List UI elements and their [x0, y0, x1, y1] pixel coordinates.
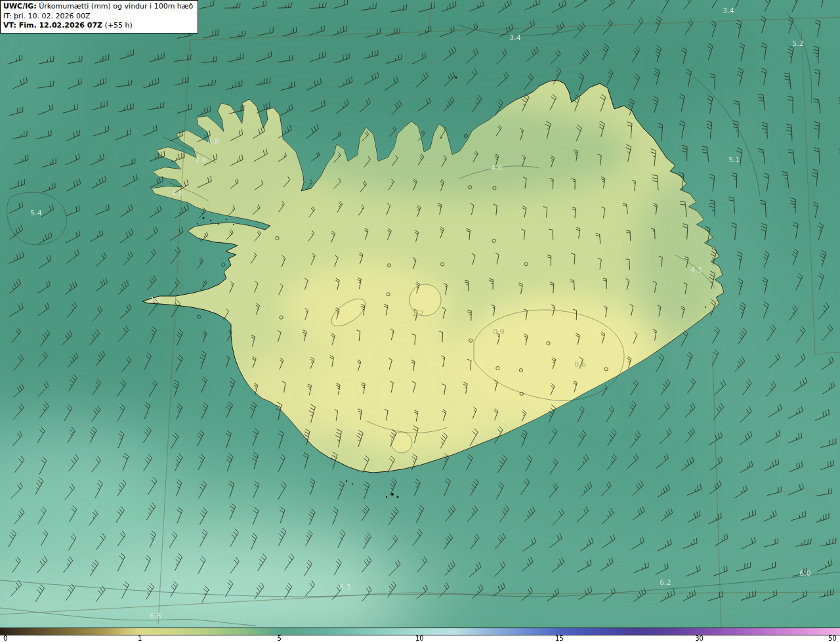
contour-label: 3.4	[723, 7, 734, 15]
model-label: UWC/IG:	[3, 2, 37, 11]
colorbar-tick: 5	[277, 635, 281, 642]
colorbar-tick: 0	[3, 635, 7, 642]
contour-label: 6.8	[150, 612, 161, 620]
colorbar-tick: 30	[695, 635, 704, 642]
init-time: IT: þri. 10. 02. 2026 00Z	[3, 12, 193, 22]
contour-label: 4.3	[690, 266, 702, 274]
product-title: Úrkomumætti (mm) og vindur i 100m hæð	[37, 2, 194, 11]
contour-label: 4.8	[171, 189, 183, 198]
contour-label: 5.2	[792, 39, 804, 48]
title-box: UWC/IG: Úrkomumætti (mm) og vindur i 100…	[0, 0, 198, 33]
contour-label: 5.4	[30, 209, 42, 217]
precipitation-wind-map: 3.43.45.24.82.84.65.14.85.44.32.61.20.90…	[0, 0, 840, 628]
colorbar-tick: 1	[138, 635, 142, 642]
valid-time: VT: Fim. 12.02.2026 07Z (+55 h)	[3, 21, 193, 31]
title-line: UWC/IG: Úrkomumætti (mm) og vindur i 100…	[3, 2, 193, 12]
contour-label: 4.8	[207, 137, 219, 146]
contour-label: 3.4	[509, 33, 521, 42]
contour-label: 5.1	[728, 156, 740, 164]
contour-label: 6.3	[339, 583, 351, 591]
contour-label: 6.2	[660, 578, 671, 587]
contour-label: 2.8	[195, 156, 207, 164]
colorbar: 01510153050	[0, 628, 840, 642]
contour-label: 4.6	[491, 163, 503, 172]
contour-label: 6.0	[799, 569, 811, 578]
contour-label: 0.9	[493, 328, 505, 336]
weather-map: 3.43.45.24.82.84.65.14.85.44.32.61.20.90…	[0, 0, 840, 642]
colorbar-tick: 15	[555, 635, 564, 642]
contour-label: 2.6	[149, 295, 161, 304]
colorbar-tick: 50	[828, 635, 837, 642]
contour-label: 1.2	[412, 309, 424, 318]
colorbar-tick: 10	[415, 635, 424, 642]
contour-label: 0.6	[574, 360, 586, 369]
colorbar-labels-row: 01510153050	[0, 635, 840, 642]
